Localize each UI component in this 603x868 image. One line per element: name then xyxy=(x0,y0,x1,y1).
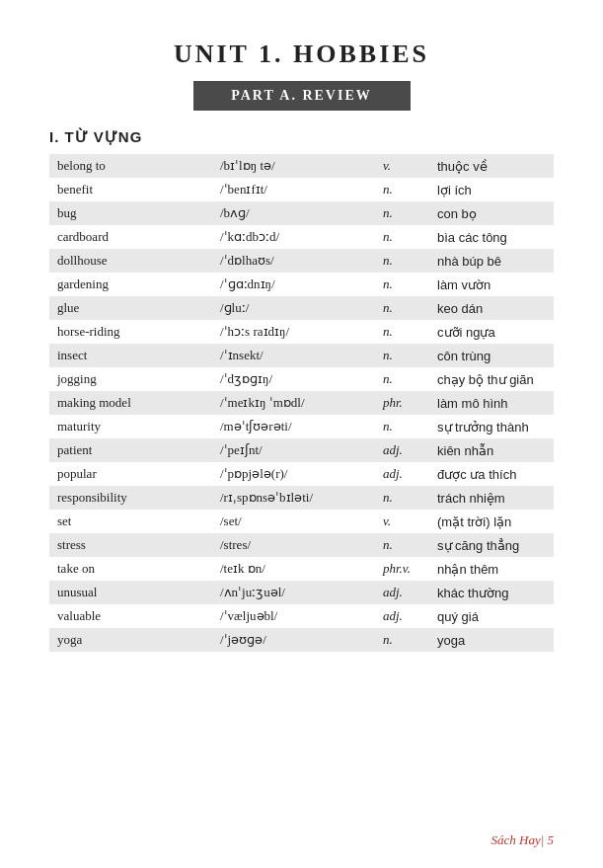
vocab-pos: adj. xyxy=(375,581,429,604)
vocab-row: stress/stres/n.sự căng thẳng xyxy=(49,533,554,557)
vocab-pos: n. xyxy=(375,225,429,249)
vocab-pos: n. xyxy=(375,249,429,273)
vocab-word: jogging xyxy=(49,367,212,391)
vocab-meaning: làm vườn xyxy=(429,273,554,296)
vocab-meaning: sự căng thẳng xyxy=(429,533,554,557)
vocab-pos: n. xyxy=(375,178,429,201)
vocab-row: set/set/v.(mặt trời) lặn xyxy=(49,510,554,533)
vocab-word: horse-riding xyxy=(49,320,212,344)
page: UNIT 1. HOBBIES PART A. REVIEW I. TỪ VỰN… xyxy=(0,0,603,868)
footer: Sách Hay| 5 xyxy=(490,832,554,848)
vocab-phonetic: /teɪk ɒn/ xyxy=(212,557,375,581)
vocab-phonetic: /ˈkɑːdbɔːd/ xyxy=(212,225,375,249)
vocab-row: take on/teɪk ɒn/phr.v.nhận thêm xyxy=(49,557,554,581)
vocab-row: yoga/ˈjəʊɡə/n.yoga xyxy=(49,628,554,652)
vocab-pos: adj. xyxy=(375,462,429,486)
vocab-row: gardening/ˈɡɑːdnɪŋ/n.làm vườn xyxy=(49,273,554,296)
vocab-meaning: lợi ích xyxy=(429,178,554,201)
vocab-row: responsibility/rɪˌspɒnsəˈbɪləti/n.trách … xyxy=(49,486,554,510)
vocab-word: belong to xyxy=(49,154,212,178)
vocab-row: popular/ˈpɒpjələ(r)/adj.được ưa thích xyxy=(49,462,554,486)
vocab-row: valuable/ˈvæljuəbl/adj.quý giá xyxy=(49,604,554,628)
vocab-word: valuable xyxy=(49,604,212,628)
vocab-pos: n. xyxy=(375,486,429,510)
vocab-pos: n. xyxy=(375,296,429,320)
vocab-pos: n. xyxy=(375,533,429,557)
vocab-pos: adj. xyxy=(375,438,429,462)
vocab-phonetic: /rɪˌspɒnsəˈbɪləti/ xyxy=(212,486,375,510)
vocab-word: stress xyxy=(49,533,212,557)
vocab-word: bug xyxy=(49,201,212,225)
vocab-row: horse-riding/ˈhɔːs raɪdɪŋ/n.cưỡi ngựa xyxy=(49,320,554,344)
part-banner: PART A. REVIEW xyxy=(193,81,411,111)
unit-title: UNIT 1. HOBBIES xyxy=(49,39,554,69)
vocab-meaning: nhà búp bê xyxy=(429,249,554,273)
vocab-word: benefit xyxy=(49,178,212,201)
vocab-phonetic: /bʌɡ/ xyxy=(212,201,375,225)
vocab-phonetic: /ˈjəʊɡə/ xyxy=(212,628,375,652)
vocab-pos: n. xyxy=(375,201,429,225)
vocab-pos: n. xyxy=(375,415,429,438)
vocab-pos: adj. xyxy=(375,604,429,628)
vocab-word: responsibility xyxy=(49,486,212,510)
vocab-pos: v. xyxy=(375,510,429,533)
vocab-word: patient xyxy=(49,438,212,462)
vocab-meaning: sự trưởng thành xyxy=(429,415,554,438)
vocab-phonetic: /ˈmeɪkɪŋ ˈmɒdl/ xyxy=(212,391,375,415)
vocab-pos: n. xyxy=(375,367,429,391)
vocab-phonetic: /stres/ xyxy=(212,533,375,557)
vocab-pos: n. xyxy=(375,273,429,296)
vocab-meaning: nhận thêm xyxy=(429,557,554,581)
vocab-phonetic: /ˈdɒlhaʊs/ xyxy=(212,249,375,273)
vocab-meaning: côn trùng xyxy=(429,344,554,367)
vocab-row: cardboard/ˈkɑːdbɔːd/n.bìa các tông xyxy=(49,225,554,249)
vocab-meaning: chạy bộ thư giãn xyxy=(429,367,554,391)
vocab-meaning: thuộc về xyxy=(429,154,554,178)
vocab-word: set xyxy=(49,510,212,533)
vocab-word: cardboard xyxy=(49,225,212,249)
vocab-meaning: quý giá xyxy=(429,604,554,628)
vocab-word: maturity xyxy=(49,415,212,438)
vocab-row: maturity/məˈtʃʊərəti/n.sự trưởng thành xyxy=(49,415,554,438)
vocab-pos: n. xyxy=(375,344,429,367)
vocab-pos: phr. xyxy=(375,391,429,415)
vocab-meaning: được ưa thích xyxy=(429,462,554,486)
vocab-row: insect/ˈɪnsekt/n.côn trùng xyxy=(49,344,554,367)
vocab-meaning: bìa các tông xyxy=(429,225,554,249)
vocab-table: belong to/bɪˈlɒŋ tə/v.thuộc vềbenefit/ˈb… xyxy=(49,154,554,652)
vocab-meaning: (mặt trời) lặn xyxy=(429,510,554,533)
vocab-phonetic: /ˈdʒɒɡɪŋ/ xyxy=(212,367,375,391)
section-title: I. TỪ VỰNG xyxy=(49,128,554,146)
vocab-word: take on xyxy=(49,557,212,581)
vocab-row: bug/bʌɡ/n.con bọ xyxy=(49,201,554,225)
vocab-phonetic: /məˈtʃʊərəti/ xyxy=(212,415,375,438)
vocab-meaning: kiên nhẫn xyxy=(429,438,554,462)
vocab-pos: v. xyxy=(375,154,429,178)
vocab-row: benefit/ˈbenɪfɪt/n.lợi ích xyxy=(49,178,554,201)
vocab-phonetic: /ˈvæljuəbl/ xyxy=(212,604,375,628)
vocab-phonetic: /ˈpeɪʃnt/ xyxy=(212,438,375,462)
vocab-pos: phr.v. xyxy=(375,557,429,581)
vocab-meaning: cưỡi ngựa xyxy=(429,320,554,344)
vocab-row: unusual/ʌnˈjuːʒuəl/adj.khác thường xyxy=(49,581,554,604)
vocab-pos: n. xyxy=(375,320,429,344)
vocab-meaning: yoga xyxy=(429,628,554,652)
vocab-phonetic: /ɡluː/ xyxy=(212,296,375,320)
vocab-word: insect xyxy=(49,344,212,367)
vocab-word: yoga xyxy=(49,628,212,652)
vocab-row: patient/ˈpeɪʃnt/adj.kiên nhẫn xyxy=(49,438,554,462)
vocab-meaning: làm mô hình xyxy=(429,391,554,415)
vocab-word: gardening xyxy=(49,273,212,296)
vocab-word: dollhouse xyxy=(49,249,212,273)
vocab-meaning: keo dán xyxy=(429,296,554,320)
vocab-phonetic: /ˈhɔːs raɪdɪŋ/ xyxy=(212,320,375,344)
vocab-row: glue/ɡluː/n.keo dán xyxy=(49,296,554,320)
vocab-phonetic: /ʌnˈjuːʒuəl/ xyxy=(212,581,375,604)
vocab-meaning: khác thường xyxy=(429,581,554,604)
vocab-meaning: con bọ xyxy=(429,201,554,225)
vocab-row: belong to/bɪˈlɒŋ tə/v.thuộc về xyxy=(49,154,554,178)
vocab-word: unusual xyxy=(49,581,212,604)
vocab-phonetic: /ˈbenɪfɪt/ xyxy=(212,178,375,201)
vocab-row: jogging/ˈdʒɒɡɪŋ/n.chạy bộ thư giãn xyxy=(49,367,554,391)
vocab-row: dollhouse/ˈdɒlhaʊs/n.nhà búp bê xyxy=(49,249,554,273)
